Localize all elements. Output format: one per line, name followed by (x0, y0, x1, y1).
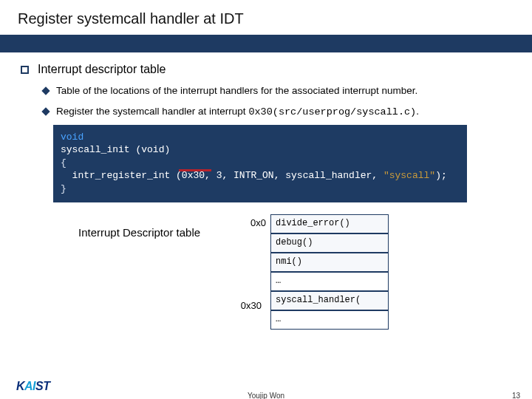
bullet-2-code: 0x30(src/userprog/syscall.c) (248, 106, 416, 117)
logo-ai: AI (24, 380, 35, 392)
bullet-1: Table of the locations of the interrupt … (43, 83, 511, 98)
logo-k: K (16, 380, 24, 392)
content-area: Interrupt descriptor table Table of the … (0, 52, 532, 369)
code-string-literal: "syscall" (383, 170, 435, 181)
code-keyword: void (61, 132, 83, 143)
code-args-left: (0x30, 3, INTR_ON, syscall_handler, (176, 170, 383, 181)
idt-diagram: Interrupt Descriptor table 0x0 0x30 divi… (21, 214, 511, 369)
bullet-2: Register the systemcall handler at inter… (43, 104, 511, 120)
diamond-bullet-icon (41, 108, 50, 116)
diamond-bullet-icon (41, 86, 50, 95)
code-params: (void) (135, 144, 170, 155)
idt-row-syscall-handler: syscall_handler( (270, 291, 389, 310)
code-snippet: void syscall_init (void) { intr_register… (53, 125, 467, 203)
code-brace-close: } (61, 183, 460, 196)
page-number: 13 (512, 392, 520, 399)
title-underline-bar (0, 35, 532, 52)
code-brace-open: { (61, 157, 460, 170)
idt-row-ellipsis-2: … (270, 310, 389, 330)
bullet-1-text: Table of the locations of the interrupt … (56, 83, 417, 98)
idt-caption: Interrupt Descriptor table (78, 226, 200, 239)
bullet-2-prefix: Register the systemcall handler at inter… (56, 106, 248, 117)
square-bullet-icon (21, 66, 29, 74)
idt-row-divide-error: divide_error() (270, 214, 389, 233)
idt-index-0x0: 0x0 (236, 217, 266, 228)
idt-index-0x30: 0x30 (232, 300, 262, 311)
code-function-name: syscall_init (61, 144, 130, 155)
code-args-right: ); (435, 170, 447, 181)
idt-row-nmi: nmi() (270, 253, 389, 272)
logo-st: ST (35, 380, 50, 392)
code-call-fn: intr_register_int (72, 170, 171, 181)
section-heading-text: Interrupt descriptor table (38, 63, 166, 76)
section-heading: Interrupt descriptor table (21, 63, 511, 76)
bullet-2-text: Register the systemcall handler at inter… (56, 104, 419, 120)
bullet-2-suffix: . (416, 106, 419, 117)
idt-row-ellipsis: … (270, 272, 389, 291)
idt-table: divide_error() debug() nmi() … syscall_h… (270, 214, 389, 330)
red-underline-annotation (179, 169, 211, 171)
slide-title: Register systemcall handler at IDT (0, 0, 532, 35)
footer-author: Youjip Won (0, 392, 532, 399)
idt-row-debug: debug() (270, 233, 389, 253)
